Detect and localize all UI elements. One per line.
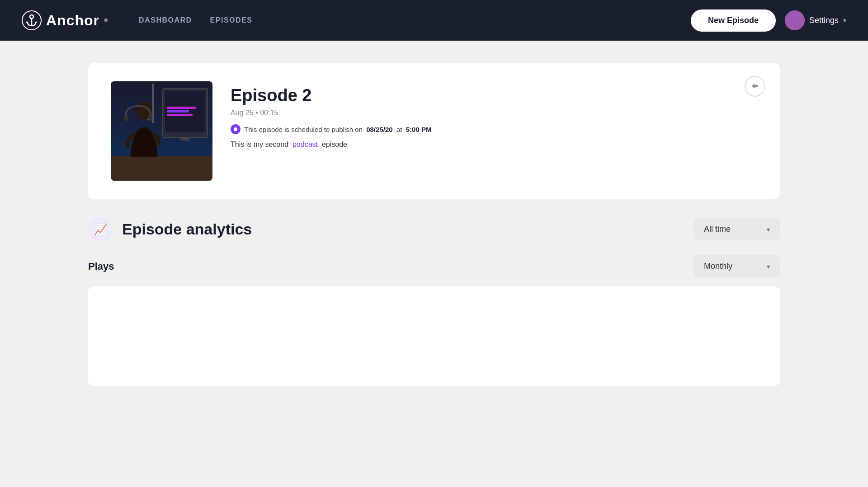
desk-decoration — [111, 156, 212, 181]
schedule-icon — [231, 124, 241, 134]
monitor-decoration — [162, 88, 208, 138]
logo-link[interactable]: Anchor® — [22, 10, 108, 30]
svg-rect-7 — [124, 115, 128, 121]
time-filter-chevron-icon: ▾ — [767, 226, 770, 233]
schedule-dot — [234, 127, 237, 131]
analytics-header: 📈 Episode analytics All time ▾ — [88, 217, 780, 242]
episode-title: Episode 2 — [231, 86, 757, 105]
episode-meta: Aug 25 • 00:15 — [231, 109, 757, 117]
schedule-at: at — [396, 126, 402, 133]
time-filter-dropdown[interactable]: All time ▾ — [694, 218, 780, 240]
brand-registered: ® — [104, 18, 108, 23]
description-suffix: episode — [322, 140, 347, 148]
anchor-logo-icon — [22, 10, 42, 30]
schedule-prefix: This episode is scheduled to publish on — [244, 126, 363, 133]
thumbnail-image — [111, 81, 212, 181]
user-avatar — [785, 10, 805, 30]
schedule-text: This episode is scheduled to publish on … — [244, 126, 431, 133]
main-nav: DASHBOARD EPISODES — [139, 16, 252, 24]
time-filter-label: All time — [704, 225, 731, 234]
episode-description: This is my second podcast episode — [231, 140, 757, 149]
settings-chevron-icon: ▾ — [843, 17, 846, 24]
headphones-decoration — [123, 101, 154, 126]
period-chevron-icon: ▾ — [767, 263, 770, 270]
edit-button[interactable]: ✏ — [745, 76, 765, 97]
nav-episodes[interactable]: EPISODES — [210, 16, 253, 24]
period-label: Monthly — [704, 262, 732, 271]
analytics-title-group: 📈 Episode analytics — [88, 217, 252, 242]
navbar-right: New Episode Settings ▾ — [691, 9, 846, 32]
brand-name: Anchor — [46, 12, 99, 29]
main-content: Episode 2 Aug 25 • 00:15 This episode is… — [0, 41, 868, 408]
nav-dashboard[interactable]: DASHBOARD — [139, 16, 192, 24]
settings-dropdown[interactable]: Settings ▾ — [785, 10, 846, 30]
episode-schedule: This episode is scheduled to publish on … — [231, 124, 757, 134]
plays-section: Plays Monthly ▾ — [88, 255, 780, 386]
analytics-title: Episode analytics — [122, 220, 252, 238]
new-episode-button[interactable]: New Episode — [691, 9, 776, 32]
navbar: Anchor® DASHBOARD EPISODES New Episode — [0, 0, 868, 41]
plays-chart — [88, 286, 780, 386]
svg-rect-5 — [785, 10, 805, 30]
pencil-icon: ✏ — [752, 81, 759, 91]
podcast-link[interactable]: podcast — [292, 140, 318, 148]
schedule-time: 5:00 PM — [406, 126, 432, 133]
description-prefix: This is my second — [231, 140, 288, 148]
plays-header: Plays Monthly ▾ — [88, 255, 780, 277]
schedule-date: 08/25/20 — [366, 126, 392, 133]
svg-point-1 — [30, 15, 33, 19]
settings-label: Settings — [809, 16, 839, 25]
period-dropdown[interactable]: Monthly ▾ — [694, 255, 780, 277]
analytics-icon-bg: 📈 — [88, 217, 113, 242]
episode-thumbnail — [111, 81, 212, 181]
episode-info: Episode 2 Aug 25 • 00:15 This episode is… — [231, 81, 757, 149]
episode-card: Episode 2 Aug 25 • 00:15 This episode is… — [88, 63, 780, 199]
svg-rect-8 — [148, 115, 152, 121]
plays-label: Plays — [88, 261, 114, 272]
analytics-chart-icon: 📈 — [94, 223, 108, 236]
